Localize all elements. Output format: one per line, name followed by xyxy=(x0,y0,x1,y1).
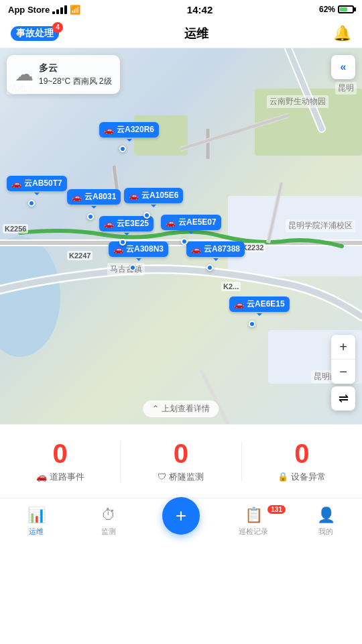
zoom-controls: + − xyxy=(331,335,355,384)
weather-info: 多云 19~28°C 西南风 2级 xyxy=(39,60,112,89)
map-view[interactable]: K2256 K2247 K2232 K2... 云南野生动物园 昆明 昆明学院洋… xyxy=(0,48,362,424)
stat-device: 0 🔒 设备异常 xyxy=(242,440,362,483)
vehicle-dot-9 xyxy=(249,321,255,327)
accident-badge: 4 xyxy=(52,22,63,33)
rotate-button[interactable]: ⇌ xyxy=(331,386,355,411)
wode-icon: 👤 xyxy=(317,506,335,524)
stat-device-label: 🔒 设备异常 xyxy=(278,471,326,483)
vehicle-dot-8 xyxy=(206,264,213,271)
vehicle-label-9[interactable]: 🚗云AE6E15 xyxy=(229,297,290,312)
road-icon: 🚗 xyxy=(36,472,47,482)
stat-road-label: 🚗 道路事件 xyxy=(36,471,84,483)
zoom-in-button[interactable]: + xyxy=(331,335,355,359)
svg-line-1 xyxy=(288,48,322,129)
vehicle-label-3[interactable]: 🚗云A8031 xyxy=(67,189,121,205)
stat-road-events: 0 🚗 道路事件 xyxy=(0,440,120,483)
status-left: App Store 📶 xyxy=(8,5,80,15)
accident-button[interactable]: 事故处理 4 xyxy=(11,26,59,41)
xunjian-label: 巡检记录 xyxy=(239,527,268,537)
swipe-hint: ⌃ 上划查看详情 xyxy=(143,400,219,417)
road-label-k2: K2... xyxy=(221,282,241,291)
nav-bar: 事故处理 4 运维 🔔 xyxy=(0,19,362,48)
area-label-town: 马古古镇 xyxy=(107,263,145,276)
status-bar: App Store 📶 14:42 62% xyxy=(0,0,362,19)
vehicle-label-8[interactable]: 🚗云A87388 xyxy=(186,241,245,257)
stats-panel: 0 🚗 道路事件 0 🛡 桥隧监测 0 🔒 设备异常 xyxy=(0,424,362,498)
svg-line-9 xyxy=(181,115,288,149)
tab-wode[interactable]: 👤 我的 xyxy=(290,504,362,537)
time-display: 14:42 xyxy=(187,4,213,15)
vehicle-label-7[interactable]: 🚗云A308N3 xyxy=(109,241,168,257)
stat-tunnel: 0 🛡 桥隧监测 xyxy=(121,440,241,483)
weather-widget: ☁ 多云 19~28°C 西南风 2级 xyxy=(7,55,120,94)
wode-label: 我的 xyxy=(318,527,333,537)
page-title: 运维 xyxy=(184,25,208,42)
cloud-icon: ☁ xyxy=(15,63,34,85)
tab-jiance[interactable]: ⏱ 监测 xyxy=(72,504,145,537)
signal-icon xyxy=(52,5,67,14)
vehicle-dot-1 xyxy=(119,146,126,152)
vehicle-label-6[interactable]: 🚗云AE5E07 xyxy=(161,215,221,230)
road-label-k2256: K2256 xyxy=(3,224,28,233)
battery-percent: 62% xyxy=(319,5,335,14)
zoom-out-button[interactable]: − xyxy=(331,360,355,384)
notification-bell-icon[interactable]: 🔔 xyxy=(333,25,351,42)
xunjian-badge: 131 xyxy=(267,505,286,514)
wifi-icon: 📶 xyxy=(70,5,80,15)
xunjian-icon: 📋 xyxy=(245,506,263,524)
jiance-icon: ⏱ xyxy=(101,506,116,524)
vehicle-label-4[interactable]: 🚗云A105E6 xyxy=(124,188,183,203)
battery-icon xyxy=(338,5,354,13)
vehicle-label-1[interactable]: 🚗云A320R6 xyxy=(99,122,159,138)
vehicle-dot-2 xyxy=(28,200,35,207)
tab-bar: 📊 运维 ⏱ 监测 + 📋 巡检记录 131 👤 我的 xyxy=(0,498,362,553)
add-button[interactable]: + xyxy=(162,497,200,535)
yunwei-icon: 📊 xyxy=(27,506,46,524)
area-label-academy: 昆明学院洋浦校区 xyxy=(286,219,355,232)
vehicle-dot-6 xyxy=(181,238,188,245)
stat-tunnel-label: 🛡 桥隧监测 xyxy=(158,471,204,483)
app-store-label: App Store xyxy=(8,5,50,15)
tab-add[interactable]: + xyxy=(145,497,217,535)
yunwei-label: 运维 xyxy=(29,527,44,537)
tab-xunjian[interactable]: 📋 巡检记录 131 xyxy=(217,504,290,537)
vehicle-dot-5 xyxy=(119,239,126,246)
area-label-kunming: 昆明 xyxy=(335,82,357,95)
svg-line-11 xyxy=(268,182,282,243)
vehicle-dot-7 xyxy=(129,264,136,271)
tab-yunwei[interactable]: 📊 运维 xyxy=(0,504,72,537)
shield-icon: 🛡 xyxy=(158,472,166,482)
vehicle-dot-3 xyxy=(87,213,94,220)
jiance-label: 监测 xyxy=(101,527,116,537)
status-right: 62% xyxy=(319,5,354,14)
vehicle-label-2[interactable]: 🚗云AB50T7 xyxy=(7,176,67,191)
road-label-k2247: K2247 xyxy=(67,251,93,260)
vehicle-dot-4 xyxy=(143,212,150,219)
collapse-button[interactable]: « xyxy=(331,55,355,79)
lock-icon: 🔒 xyxy=(278,472,288,482)
area-label-yunnan: 云南野生动物园 xyxy=(267,95,328,108)
